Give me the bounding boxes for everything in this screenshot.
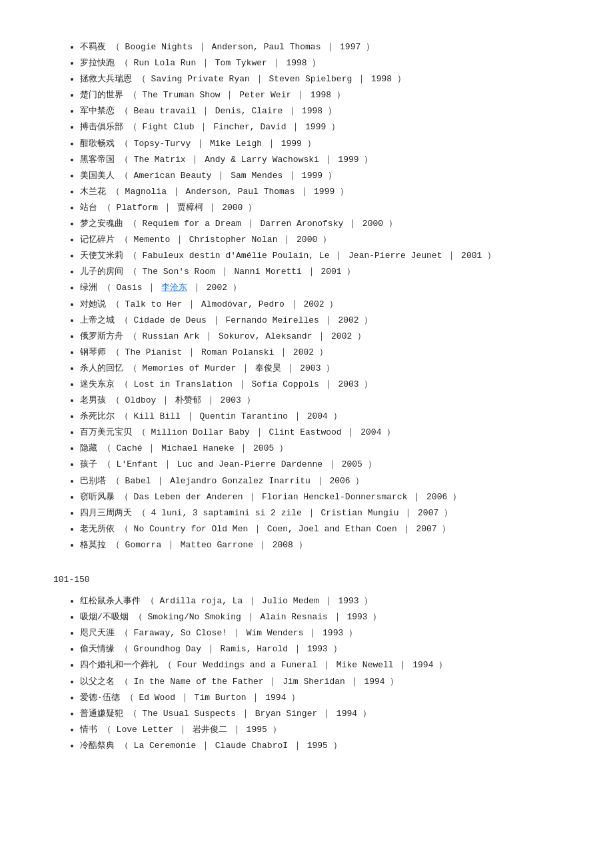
list-item: 冷酷祭典 （ La Ceremonie ｜ Claude ChabroI ｜ 1… xyxy=(80,739,573,753)
list-item: 俄罗斯方舟 （ Russian Ark ｜ Sokurov, Aleksandr… xyxy=(80,329,573,344)
list-item: 美国美人 （ American Beauty ｜ Sam Mendes ｜ 19… xyxy=(80,169,573,183)
list-item: 四个婚礼和一个葬礼 （ Four Weddings and a Funeral … xyxy=(80,658,573,673)
main-list-1: 不羁夜 （ Boogie Nights ｜ Anderson, Paul Tho… xyxy=(53,40,573,553)
list-item: 不羁夜 （ Boogie Nights ｜ Anderson, Paul Tho… xyxy=(80,40,573,55)
list-item: 搏击俱乐部 （ Fight Club ｜ Fincher, David ｜ 19… xyxy=(80,120,573,135)
list-item: 隐藏 （ Caché ｜ Michael Haneke ｜ 2005 ） xyxy=(80,441,573,456)
list-item: 对她说 （ Talk to Her ｜ Almodóvar, Pedro ｜ 2… xyxy=(80,297,573,312)
list-item: 爱德·伍德 （ Ed Wood ｜ Tim Burton ｜ 1994 ） xyxy=(80,691,573,705)
list-item: 酣歌畅戏 （ Topsy-Turvy ｜ Mike Leigh ｜ 1999 ） xyxy=(80,137,573,151)
list-item: 情书 （ Love Letter ｜ 岩井俊二 ｜ 1995 ） xyxy=(80,723,573,737)
link-李沧东[interactable]: 李沧东 xyxy=(161,283,187,293)
list-item: 罗拉快跑 （ Run Lola Run ｜ Tom Tykwer ｜ 1998 … xyxy=(80,56,573,71)
list-item: 钢琴师 （ The Pianist ｜ Roman Polanski ｜ 200… xyxy=(80,345,573,360)
list-item: 偷天情缘 （ Groundhog Day ｜ Ramis, Harold ｜ 1… xyxy=(80,642,573,657)
list-item: 黑客帝国 （ The Matrix ｜ Andy & Larry Wachows… xyxy=(80,153,573,167)
list-item: 吸烟/不吸烟 （ Smoking/No Smoking ｜ Alain Resn… xyxy=(80,610,573,625)
list-item: 红松鼠杀人事件 （ Ardilla roja, La ｜ Julio Medem… xyxy=(80,594,573,609)
list-item: 格莫拉 （ Gomorra ｜ Matteo Garrone ｜ 2008 ） xyxy=(80,538,573,553)
list-item: 杀死比尔 （ Kill Bill ｜ Quentin Tarantino ｜ 2… xyxy=(80,409,573,424)
list-item: 绿洲 （ Oasis ｜ 李沧东 ｜ 2002 ） xyxy=(80,281,573,295)
list-item: 儿子的房间 （ The Son's Room ｜ Nanni Moretti ｜… xyxy=(80,265,573,279)
list-item: 迷失东京 （ Lost in Translation ｜ Sofia Coppo… xyxy=(80,377,573,392)
list-item: 楚门的世界 （ The Truman Show ｜ Peter Weir ｜ 1… xyxy=(80,88,573,103)
list-item: 军中禁恋 （ Beau travail ｜ Denis, Claire ｜ 19… xyxy=(80,104,573,119)
list-item: 拯救大兵瑞恩 （ Saving Private Ryan ｜ Steven Sp… xyxy=(80,72,573,87)
list-item: 咫尺天涯 （ Faraway, So Close! ｜ Wim Wenders … xyxy=(80,626,573,641)
list-item: 木兰花 （ Magnolia ｜ Anderson, Paul Thomas ｜… xyxy=(80,185,573,199)
list-item: 普通嫌疑犯 （ The Usual Suspects ｜ Bryan Singe… xyxy=(80,707,573,721)
list-item: 梦之安魂曲 （ Requiem for a Dream ｜ Darren Aro… xyxy=(80,217,573,231)
list-item: 老男孩 （ Oldboy ｜ 朴赞郁 ｜ 2003 ） xyxy=(80,393,573,408)
list-item: 老无所依 （ No Country for Old Men ｜ Coen, Jo… xyxy=(80,522,573,537)
list-item: 上帝之城 （ Cidade de Deus ｜ Fernando Meirell… xyxy=(80,313,573,328)
list-item: 以父之名 （ In the Name of the Father ｜ Jim S… xyxy=(80,675,573,689)
list-item: 孩子 （ L'Enfant ｜ Luc and Jean-Pierre Dard… xyxy=(80,457,573,472)
list-item: 天使艾米莉 （ Fabuleux destin d'Amélie Poulain… xyxy=(80,249,573,263)
list-item: 巴别塔 （ Babel ｜ Alejandro Gonzalez Inarrit… xyxy=(80,474,573,489)
list-item: 窃听风暴 （ Das Leben der Anderen ｜ Florian H… xyxy=(80,490,573,505)
list-item: 四月三周两天 （ 4 luni, 3 saptamini si 2 zile ｜… xyxy=(80,506,573,521)
section-header-101-150: 101-150 xyxy=(53,573,573,587)
list-item: 记忆碎片 （ Memento ｜ Christopher Nolan ｜ 200… xyxy=(80,233,573,247)
list-item: 站台 （ Platform ｜ 贾樟柯 ｜ 2000 ） xyxy=(80,201,573,215)
list-item: 杀人的回忆 （ Memories of Murder ｜ 奉俊昊 ｜ 2003 … xyxy=(80,361,573,376)
main-list-2: 红松鼠杀人事件 （ Ardilla roja, La ｜ Julio Medem… xyxy=(53,594,573,753)
list-item: 百万美元宝贝 （ Million Dollar Baby ｜ Clint Eas… xyxy=(80,425,573,440)
